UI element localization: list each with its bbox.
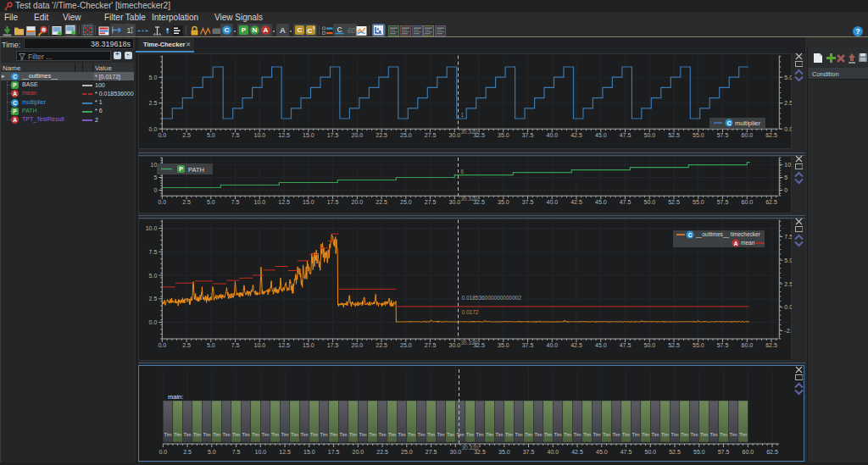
svg-text:22.5: 22.5 (376, 132, 387, 138)
svg-text:7.5: 7.5 (231, 342, 240, 348)
svg-text:Tim: Tim (476, 432, 484, 437)
svg-text:10.0: 10.0 (146, 225, 158, 231)
svg-text:Tim: Tim (252, 432, 259, 437)
svg-text:PATH: PATH (188, 166, 204, 174)
svg-text:C: C (13, 100, 17, 106)
svg-text:Tim: Tim (203, 432, 211, 437)
svg-text:Tim: Tim (593, 432, 601, 437)
svg-text:Tim: Tim (496, 432, 504, 437)
svg-text:Tim: Tim (535, 432, 542, 437)
svg-text:45.0: 45.0 (595, 199, 607, 205)
svg-text:10: 10 (784, 162, 791, 168)
svg-text:0.0: 0.0 (784, 304, 792, 310)
svg-text:2.5: 2.5 (149, 296, 158, 302)
svg-text:62.5: 62.5 (765, 199, 777, 205)
svg-text:30.320: 30.320 (461, 129, 478, 135)
svg-text:37.5: 37.5 (523, 449, 535, 455)
svg-text:C: C (337, 25, 342, 34)
svg-text:20.0: 20.0 (352, 449, 364, 455)
svg-text:A: A (13, 117, 17, 123)
svg-text:0.0172: 0.0172 (462, 309, 479, 315)
svg-text:47.5: 47.5 (620, 132, 632, 138)
svg-text:47.5: 47.5 (620, 199, 632, 205)
svg-text:Tim: Tim (213, 432, 220, 437)
svg-text:Tim: Tim (574, 432, 581, 437)
svg-text:52.5: 52.5 (668, 199, 680, 205)
svg-text:P: P (13, 108, 17, 114)
svg-text:Tim: Tim (437, 432, 445, 437)
svg-text:Tim: Tim (613, 432, 620, 437)
svg-text:30.0: 30.0 (449, 449, 461, 455)
svg-text:5.0: 5.0 (149, 273, 158, 279)
svg-text:Tim: Tim (242, 432, 250, 437)
svg-text:Tim: Tim (320, 432, 328, 437)
svg-text:12.5: 12.5 (279, 449, 291, 455)
svg-text:22.5: 22.5 (376, 199, 387, 205)
svg-text:C: C (13, 74, 17, 80)
svg-text:15.0: 15.0 (303, 132, 314, 138)
svg-text:0.0: 0.0 (784, 126, 792, 132)
svg-text:55.0: 55.0 (693, 449, 705, 455)
svg-text:Tim: Tim (340, 432, 348, 437)
svg-text:30.320: 30.320 (462, 445, 479, 451)
svg-text:Tim: Tim (262, 432, 270, 437)
svg-text:Tim: Tim (700, 432, 708, 437)
svg-text:Tim: Tim (739, 432, 747, 437)
svg-text:0.0: 0.0 (158, 199, 166, 205)
svg-text:37.5: 37.5 (522, 342, 534, 348)
svg-text:62.5: 62.5 (766, 449, 778, 455)
svg-text:55.0: 55.0 (693, 342, 704, 348)
svg-text:22.5: 22.5 (376, 449, 388, 455)
svg-text:Tim: Tim (583, 432, 591, 437)
svg-text:30.320: 30.320 (461, 340, 478, 346)
svg-text:50.0: 50.0 (643, 199, 655, 205)
svg-text:Tim: Tim (652, 432, 659, 437)
svg-text:52.5: 52.5 (668, 132, 680, 138)
svg-text:6: 6 (461, 169, 465, 174)
svg-text:55.0: 55.0 (693, 132, 704, 138)
svg-text:2.5: 2.5 (784, 281, 792, 287)
svg-text:Tim: Tim (184, 432, 192, 437)
svg-text:60.0: 60.0 (741, 132, 753, 138)
svg-text:C: C (225, 26, 230, 34)
svg-text:15.0: 15.0 (303, 342, 314, 348)
svg-text:40.0: 40.0 (546, 342, 558, 348)
svg-text:10.0: 10.0 (254, 449, 266, 455)
svg-text:57.5: 57.5 (717, 199, 729, 205)
svg-text:42.5: 42.5 (570, 199, 582, 205)
svg-text:60.0: 60.0 (741, 199, 753, 205)
svg-text:5: 5 (784, 174, 787, 180)
svg-text:27.5: 27.5 (425, 199, 437, 205)
svg-text:5.0: 5.0 (784, 75, 792, 80)
svg-text:__outtimes__ timechecker: __outtimes__ timechecker (695, 231, 761, 238)
svg-text:Tim: Tim (632, 432, 640, 437)
svg-text:5.0: 5.0 (149, 75, 158, 80)
svg-text:Tim: Tim (223, 432, 231, 437)
svg-text:Tim: Tim (515, 432, 523, 437)
svg-text:0: 0 (153, 187, 157, 193)
svg-text:30.0: 30.0 (448, 132, 460, 138)
svg-text:37.5: 37.5 (522, 199, 534, 205)
svg-text:Tim: Tim (291, 432, 298, 437)
svg-text:5.0: 5.0 (207, 132, 215, 138)
svg-text:0.0: 0.0 (159, 449, 167, 455)
svg-text:42.5: 42.5 (570, 132, 582, 138)
svg-text:52.5: 52.5 (668, 342, 680, 348)
svg-text:17.5: 17.5 (327, 132, 339, 138)
svg-text:0.0: 0.0 (149, 126, 158, 132)
svg-text:Tim: Tim (457, 432, 465, 437)
svg-text:2.5: 2.5 (149, 100, 158, 106)
svg-text:35.0: 35.0 (498, 342, 509, 348)
svg-text:60.0: 60.0 (742, 449, 754, 455)
svg-text:A: A (734, 241, 738, 246)
svg-text:Tim: Tim (730, 432, 737, 437)
svg-text:15.0: 15.0 (303, 449, 315, 455)
svg-text:57.5: 57.5 (717, 342, 729, 348)
svg-text:10: 10 (151, 162, 158, 168)
svg-text:17.5: 17.5 (327, 342, 339, 348)
svg-text:0.0: 0.0 (158, 132, 166, 138)
svg-text:Tim: Tim (281, 432, 289, 437)
svg-text:25.0: 25.0 (400, 342, 412, 348)
svg-text:N: N (253, 26, 258, 34)
svg-text:Tim: Tim (505, 432, 513, 437)
